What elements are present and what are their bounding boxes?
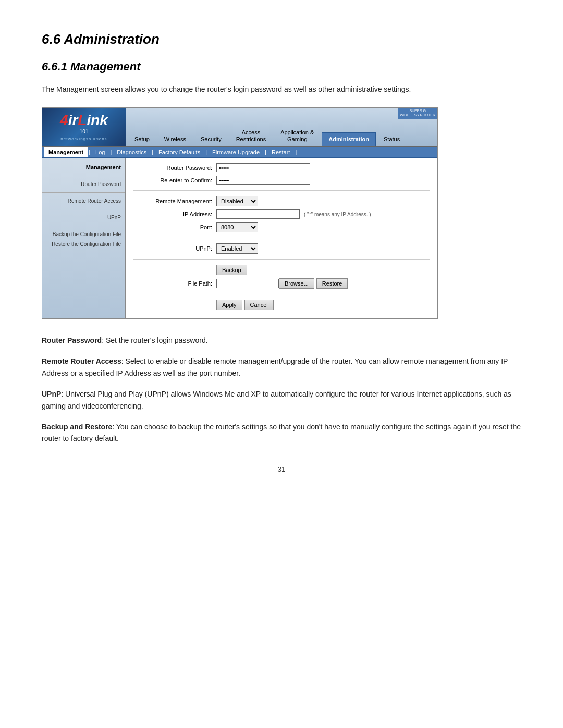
page-number: 31: [42, 465, 521, 473]
separator-2: |: [109, 149, 113, 155]
desc-router-password-term: Router Password: [42, 336, 102, 344]
sub-nav-management[interactable]: Management: [44, 147, 88, 157]
sidebar-upnp: UPnP: [42, 213, 125, 223]
sidebar: Management Router Password Remote Router…: [42, 158, 126, 318]
top-nav: 4irLink 101 networkingsolutions Setup Wi…: [42, 108, 437, 147]
desc-backup-term: Backup and Restore: [42, 423, 112, 431]
separator-6: |: [294, 149, 298, 155]
separator-5: |: [264, 149, 267, 155]
remote-management-select[interactable]: Disabled Enabled: [216, 196, 258, 206]
confirm-password-input[interactable]: [216, 176, 310, 185]
nav-tab-wireless[interactable]: Wireless: [157, 132, 193, 146]
separator-1: |: [88, 149, 91, 155]
file-path-input[interactable]: [216, 279, 279, 288]
nav-tab-security[interactable]: Security: [194, 132, 228, 146]
desc-backup-text: : You can choose to backup the router's …: [42, 423, 521, 442]
subsection-title: 6.6.1 Management: [42, 60, 521, 73]
ip-address-row: IP Address: ( "*" means any IP Address. …: [133, 209, 430, 219]
logo-tagline: networkingsolutions: [60, 137, 107, 141]
router-password-input[interactable]: [216, 163, 310, 172]
browse-button[interactable]: Browse...: [279, 278, 314, 289]
logo-text: 4irLink: [60, 113, 108, 128]
desc-upnp-text: : Universal Plug and Play (UPnP) allows …: [42, 390, 511, 410]
section-divider-2: [133, 238, 430, 238]
nav-tab-administration[interactable]: Administration: [322, 132, 376, 146]
main-content: Router Password: Re-enter to Confirm: Re…: [126, 158, 437, 318]
separator-4: |: [204, 149, 208, 155]
section-divider-1: [133, 190, 430, 191]
sidebar-divider-4: [42, 226, 125, 226]
content-area: Management Router Password Remote Router…: [42, 158, 437, 318]
intro-text: The Management screen allows you to chan…: [42, 84, 521, 95]
super-g-badge: SUPER GWIRELESS ROUTER: [398, 108, 437, 119]
upnp-select[interactable]: Enabled Disabled: [216, 243, 258, 254]
section-divider-3: [133, 259, 430, 260]
nav-tab-status[interactable]: Status: [377, 132, 407, 146]
sidebar-remote-router-access: Remote Router Access: [42, 196, 125, 206]
desc-upnp: UPnP: Universal Plug and Play (UPnP) all…: [42, 388, 521, 412]
apply-cancel-row: Apply Cancel: [133, 300, 430, 310]
section-title: 6.6 Administration: [42, 31, 521, 47]
ip-address-note: ( "*" means any IP Address. ): [304, 212, 371, 217]
sidebar-divider-3: [42, 209, 125, 209]
port-label: Port:: [133, 224, 216, 230]
sidebar-restore-config: Restore the Configuration File: [42, 239, 125, 249]
restore-button[interactable]: Restore: [316, 278, 348, 289]
sub-nav-restart[interactable]: Restart: [267, 147, 294, 157]
router-password-row: Router Password:: [133, 163, 430, 172]
restore-row: File Path: Browse... Restore: [133, 278, 430, 289]
sidebar-divider-2: [42, 192, 125, 193]
backup-row: Backup: [133, 265, 430, 275]
sub-nav-factory-defaults[interactable]: Factory Defaults: [154, 147, 204, 157]
desc-router-password-text: : Set the router's login password.: [102, 336, 207, 344]
main-nav-tabs: Setup Wireless Security AccessRestrictio…: [126, 108, 437, 146]
desc-backup-restore: Backup and Restore: You can choose to ba…: [42, 421, 521, 445]
logo-number: 101: [80, 129, 89, 134]
section-divider-4: [133, 294, 430, 294]
desc-upnp-term: UPnP: [42, 390, 61, 398]
sub-nav-firmware-upgrade[interactable]: Firmware Upgrade: [208, 147, 264, 157]
cancel-button[interactable]: Cancel: [244, 300, 274, 310]
sub-nav-diagnostics[interactable]: Diagnostics: [113, 147, 151, 157]
desc-remote-router-access: Remote Router Access: Select to enable o…: [42, 355, 521, 379]
remote-management-label: Remote Management:: [133, 198, 216, 204]
sub-nav: Management | Log | Diagnostics | Factory…: [42, 147, 437, 158]
sidebar-backup-config: Backup the Configuration File: [42, 229, 125, 239]
desc-remote-access-term: Remote Router Access: [42, 357, 121, 365]
apply-button[interactable]: Apply: [216, 300, 242, 310]
sidebar-router-password: Router Password: [42, 179, 125, 189]
desc-router-password: Router Password: Set the router's login …: [42, 335, 521, 346]
nav-tab-access-restrictions[interactable]: AccessRestrictions: [229, 126, 273, 146]
port-select[interactable]: 8080: [216, 222, 258, 232]
ip-address-label: IP Address:: [133, 211, 216, 217]
confirm-password-label: Re-enter to Confirm:: [133, 177, 216, 183]
separator-3: |: [151, 149, 154, 155]
backup-button[interactable]: Backup: [216, 265, 247, 275]
confirm-password-row: Re-enter to Confirm:: [133, 176, 430, 185]
file-path-label: File Path:: [133, 280, 216, 287]
remote-management-row: Remote Management: Disabled Enabled: [133, 196, 430, 206]
sidebar-management-heading: Management: [42, 162, 125, 172]
port-row: Port: 8080: [133, 222, 430, 232]
upnp-row: UPnP: Enabled Disabled: [133, 243, 430, 254]
router-logo: 4irLink 101 networkingsolutions: [42, 108, 126, 146]
sub-nav-log[interactable]: Log: [91, 147, 109, 157]
nav-tab-setup[interactable]: Setup: [128, 132, 156, 146]
ip-address-input[interactable]: [216, 209, 300, 219]
upnp-label: UPnP:: [133, 245, 216, 252]
nav-tab-application-gaming[interactable]: Application &Gaming: [274, 126, 321, 146]
sidebar-divider-1: [42, 176, 125, 176]
router-ui-screenshot: 4irLink 101 networkingsolutions Setup Wi…: [42, 107, 438, 319]
router-password-label: Router Password:: [133, 165, 216, 171]
